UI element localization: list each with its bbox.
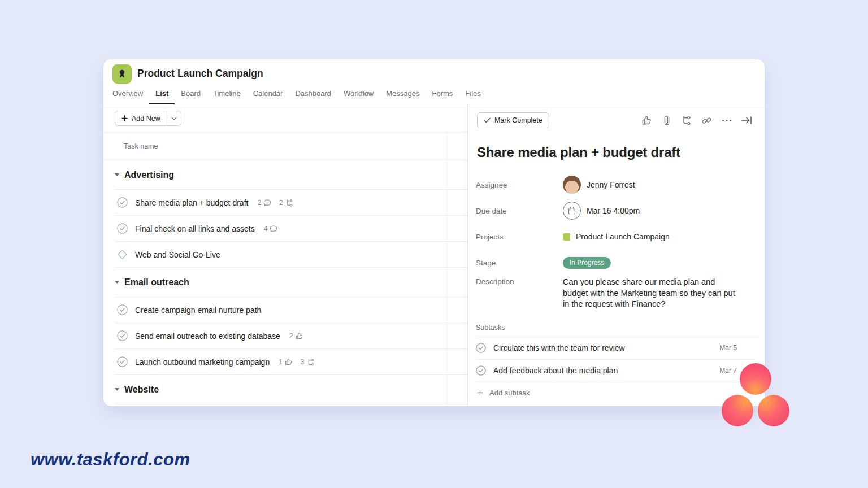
section-header-email-outreach[interactable]: Email outreach [115, 268, 467, 297]
milestone-row[interactable]: Web and Social Go-Live [115, 242, 467, 268]
assignee-name: Jenny Forrest [587, 180, 635, 189]
add-subtask-button[interactable]: Add subtask [477, 389, 765, 397]
check-icon [484, 117, 491, 123]
tab-dashboard[interactable]: Dashboard [289, 89, 337, 104]
task-name: Create campaign email nurture path [135, 306, 261, 315]
plus-icon [477, 390, 483, 396]
subtask-icon [307, 358, 315, 366]
add-subtask-label: Add subtask [489, 389, 530, 397]
subtask-icon[interactable] [682, 115, 692, 125]
task-name: Web and Social Go-Live [135, 250, 220, 259]
tab-files[interactable]: Files [459, 89, 487, 104]
like-count: 2 [289, 332, 303, 340]
milestone-diamond-icon[interactable] [117, 249, 128, 260]
add-new-button[interactable]: Add New [115, 111, 167, 125]
task-badges: 2 2 [257, 199, 293, 207]
check-circle-icon[interactable] [476, 365, 486, 376]
subtask-count: 2 [279, 199, 293, 207]
projects-value[interactable]: Product Launch Campaign [563, 232, 670, 241]
link-icon[interactable] [701, 115, 712, 126]
section-header-website[interactable]: Website [115, 375, 467, 404]
stage-badge: In Progress [563, 257, 611, 269]
subtask-row[interactable]: Add feedback about the media plan Mar 7 [476, 360, 756, 382]
list-column-header: Task name [103, 132, 467, 160]
check-circle-icon[interactable] [117, 330, 128, 341]
task-list-panel: Add New Task name [103, 104, 467, 406]
project-color-dot [563, 233, 570, 241]
subtask-row[interactable]: Circulate this with the team for review … [476, 337, 756, 360]
task-row[interactable]: Share media plan + budget draft 2 2 [115, 190, 467, 216]
paperclip-icon[interactable] [662, 115, 672, 126]
logo-dot-bottom-right [758, 395, 789, 426]
projects-field: Projects Product Launch Campaign [468, 224, 765, 250]
plus-icon [121, 115, 128, 121]
assignee-field: Assignee Jenny Forrest [468, 172, 765, 198]
task-row[interactable]: Send email outreach to existing database… [115, 323, 467, 349]
collapse-caret-icon [115, 281, 119, 284]
assignee-value[interactable]: Jenny Forrest [563, 176, 635, 194]
task-row[interactable]: Launch outbound marketing campaign 1 3 [115, 349, 467, 375]
tab-forms[interactable]: Forms [426, 89, 459, 104]
comment-count: 2 [257, 199, 271, 207]
comment-count: 4 [264, 225, 278, 233]
mark-complete-label: Mark Complete [494, 116, 542, 124]
project-tabs: Overview List Board Timeline Calendar Da… [112, 89, 487, 104]
project-logo[interactable] [112, 64, 132, 84]
task-row[interactable]: Create campaign email nurture path [115, 297, 467, 323]
tab-overview[interactable]: Overview [112, 89, 149, 104]
thumbs-up-icon [285, 358, 293, 366]
subtask-icon [285, 199, 293, 207]
check-circle-icon[interactable] [117, 304, 128, 315]
thumbs-up-icon[interactable] [641, 115, 652, 126]
subtask-count: 3 [301, 358, 315, 366]
subtask-due-date: Mar 7 [719, 367, 737, 374]
due-date-label: Due date [476, 207, 563, 215]
check-circle-icon[interactable] [476, 343, 486, 353]
task-name-column-label: Task name [124, 142, 158, 150]
task-badges: 1 3 [279, 358, 314, 366]
chevron-down-icon [171, 117, 177, 120]
tab-board[interactable]: Board [175, 89, 207, 104]
logo-dot-bottom-left [722, 395, 753, 426]
task-list: Advertising Share media plan + budget dr… [115, 160, 467, 404]
due-date-value[interactable]: Mar 16 4:00pm [563, 202, 640, 220]
project-header: Product Launch Campaign Overview List Bo… [103, 59, 765, 104]
section-title: Website [124, 385, 159, 395]
collapse-panel-icon[interactable] [741, 116, 752, 125]
mark-complete-button[interactable]: Mark Complete [477, 112, 549, 128]
description-label: Description [476, 277, 563, 286]
task-fields: Assignee Jenny Forrest Due date Mar [468, 172, 765, 310]
stage-value[interactable]: In Progress [563, 257, 611, 269]
add-new-label: Add New [132, 115, 160, 123]
project-title: Product Launch Campaign [137, 68, 263, 80]
stage-field: Stage In Progress [468, 250, 765, 276]
description-text[interactable]: Can you please share our media plan and … [563, 277, 736, 310]
collapse-caret-icon [115, 388, 119, 391]
task-name: Share media plan + budget draft [135, 198, 248, 207]
task-row[interactable]: Final check on all links and assets 4 [115, 216, 467, 242]
detail-actions [641, 115, 752, 126]
subtask-name: Circulate this with the team for review [493, 343, 719, 352]
check-circle-icon[interactable] [117, 356, 128, 367]
project-name: Product Launch Campaign [576, 232, 670, 241]
section-header-advertising[interactable]: Advertising [115, 160, 467, 190]
task-badges: 2 [289, 332, 303, 340]
task-detail-title: Share media plan + budget draft [477, 145, 751, 160]
check-circle-icon[interactable] [117, 223, 128, 234]
tab-list[interactable]: List [149, 89, 175, 104]
assignee-label: Assignee [476, 181, 563, 189]
description-field: Description Can you please share our med… [468, 277, 765, 310]
add-new-dropdown-button[interactable] [167, 111, 181, 125]
tab-calendar[interactable]: Calendar [247, 89, 289, 104]
more-options-icon[interactable] [722, 119, 732, 122]
check-circle-icon[interactable] [117, 197, 128, 208]
tab-timeline[interactable]: Timeline [207, 89, 247, 104]
main-body: Add New Task name [103, 104, 765, 406]
subtask-due-date: Mar 5 [719, 344, 737, 352]
thumbs-up-icon [296, 332, 303, 340]
add-new-split-button: Add New [115, 111, 181, 126]
tab-messages[interactable]: Messages [380, 89, 426, 104]
column-divider [446, 132, 447, 406]
task-name: Send email outreach to existing database [135, 332, 280, 341]
tab-workflow[interactable]: Workflow [337, 89, 380, 104]
